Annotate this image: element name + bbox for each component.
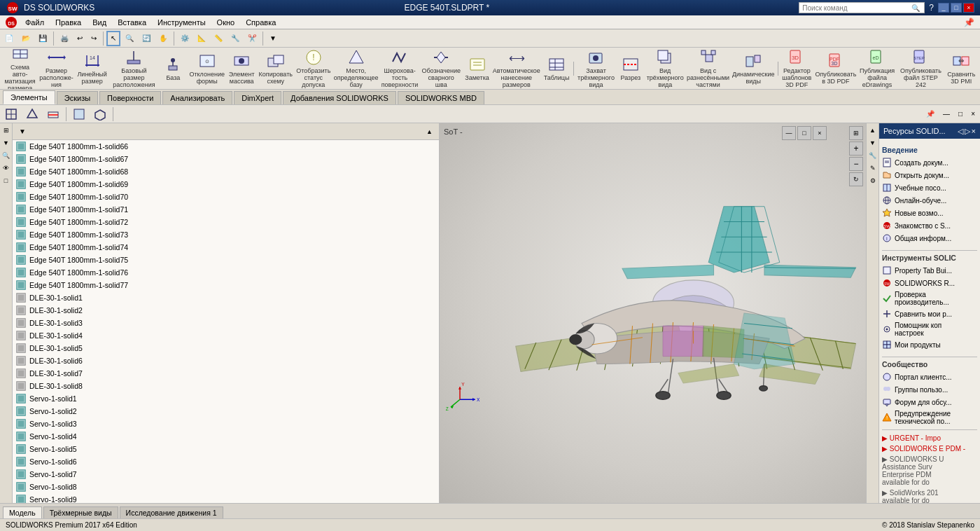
rp-my-products[interactable]: Мои продукты [882, 338, 977, 351]
rp-close-btn[interactable]: × [972, 127, 976, 136]
calc-btn[interactable]: 📐 [194, 31, 209, 46]
tree-item[interactable]: DLE-30-1-solid8 [13, 380, 439, 392]
vp-close-btn[interactable]: × [967, 106, 979, 122]
menu-file[interactable]: Файл [20, 17, 50, 28]
tool-base[interactable]: База [159, 53, 187, 84]
vp-min-btn[interactable]: — [939, 106, 953, 122]
tree-item[interactable]: Servo-1-solid7 [13, 468, 439, 481]
rp-online-training[interactable]: Онлайн-обуче... [882, 194, 977, 207]
undo-btn[interactable]: ↩ [74, 31, 86, 46]
tree-item[interactable]: Servo-1-solid2 [13, 405, 439, 418]
scroll-up-btn[interactable]: ▲ [423, 124, 436, 139]
vp-minimize[interactable]: — [782, 126, 796, 140]
tool-size-pos[interactable]: Размеррасположе-ния [38, 48, 75, 90]
rebuild-btn[interactable]: 🔧 [227, 31, 243, 46]
new-btn[interactable]: 📄 [1, 31, 17, 46]
options-btn[interactable]: ⚙️ [177, 31, 192, 46]
tree-item[interactable]: Servo-1-solid5 [13, 443, 439, 455]
rotate-btn[interactable]: 🔄 [139, 31, 154, 46]
tab-sketches[interactable]: Эскизы [57, 91, 98, 104]
menu-view[interactable]: Вид [87, 17, 112, 28]
tab-dimxpert[interactable]: DimXpert [234, 91, 281, 104]
rp-tool1-icon[interactable]: 🔧 [867, 150, 878, 161]
vp-close-x[interactable]: × [813, 126, 827, 140]
tree-item[interactable]: Servo-1-solid3 [13, 418, 439, 430]
help-icon[interactable]: ? [929, 3, 934, 13]
tree-item[interactable]: Edge 540T 1800mm-1-solid71 [13, 203, 439, 216]
search-input[interactable] [799, 4, 911, 12]
tool-pub-step[interactable]: STEP Опубликоватьфайл STEP 242 [897, 48, 944, 90]
tree-item[interactable]: Edge 540T 1800mm-1-solid76 [13, 266, 439, 279]
rp-back-btn[interactable]: ◁ [958, 127, 963, 136]
rp-create-doc[interactable]: Создать докум... [882, 156, 977, 169]
pan-btn[interactable]: ✋ [155, 31, 171, 46]
rp-groups[interactable]: Группы пользо... [882, 383, 977, 396]
tool-weld[interactable]: Обозначениесварного шва [420, 48, 462, 90]
viewport-canvas[interactable]: X Y Z ⊞ + − ↻ — □ × [440, 123, 866, 503]
rp-forum[interactable]: Форум для обсу... [882, 396, 977, 408]
tree-item[interactable]: DLE-30-1-solid6 [13, 354, 439, 367]
tab-addons[interactable]: Добавления SOLIDWORKS [283, 91, 396, 104]
rp-tool2-icon[interactable]: ✎ [867, 163, 878, 174]
rp-news-item3[interactable]: ▶ SOLIDWORKS UAssistance SurvEnterprise … [882, 454, 977, 488]
hide-icon[interactable]: □ [1, 175, 12, 186]
tool-pub-3dpdf[interactable]: PDF3D Опубликоватьв 3D PDF [814, 49, 858, 88]
tool-linear[interactable]: 14 Линейныйразмер [76, 49, 108, 88]
tool-display-status[interactable]: ! Отобразитьстатусдопуска [295, 48, 332, 90]
tab-elements[interactable]: Элементы [3, 90, 55, 104]
tool-roughness[interactable]: Шерохова-тостьповерхности [380, 48, 419, 90]
rp-property-tab[interactable]: Property Tab Bui... [882, 264, 977, 277]
fit-view-btn[interactable]: ⊞ [849, 126, 863, 140]
filter-icon[interactable]: ▼ [1, 137, 12, 149]
tool-note[interactable]: Заметка [463, 53, 491, 84]
rp-settings-copy[interactable]: Помощник копнастроек [882, 320, 977, 338]
tool-explode[interactable]: Вид сразнесённымичастями [686, 48, 731, 90]
tree-item[interactable]: DLE-30-1-solid5 [13, 342, 439, 354]
rp-fwd-btn[interactable]: ▷ [965, 127, 970, 136]
rp-warning[interactable]: ! Предупреждениетехнической по... [882, 408, 977, 427]
measure-btn[interactable]: 📏 [211, 31, 226, 46]
tree-item[interactable]: Edge 540T 1800mm-1-solid77 [13, 279, 439, 291]
tool-tables[interactable]: Таблицы [542, 53, 571, 84]
rp-expand-icon[interactable]: ▲ [867, 125, 878, 136]
menu-help[interactable]: Справка [240, 17, 281, 28]
view-standard-btn[interactable] [22, 106, 42, 122]
btab-motion[interactable]: Исследование движения 1 [120, 506, 223, 518]
tool-dynamic-views[interactable]: Динамическиевиды [732, 49, 776, 88]
feature-icon[interactable]: ⊞ [1, 125, 12, 136]
tool-schema[interactable]: Схемаавто-матизацияразмера [3, 48, 37, 90]
eye-icon[interactable]: 👁 [1, 163, 12, 174]
tree-item[interactable]: Edge 540T 1800mm-1-solid68 [13, 165, 439, 178]
tree-item[interactable]: Edge 540T 1800mm-1-solid69 [13, 178, 439, 191]
rp-news-item2[interactable]: ▶ SOLIDWORKS E PDM - [882, 443, 977, 454]
tool-element[interactable]: Элементмассива [227, 49, 256, 88]
menu-edit[interactable]: Правка [50, 17, 87, 28]
rp-open-doc[interactable]: Открыть докум... [882, 169, 977, 181]
tree-item[interactable]: DLE-30-1-solid1 [13, 291, 439, 304]
tree-item[interactable]: Edge 540T 1800mm-1-solid72 [13, 216, 439, 228]
rotate-view-btn[interactable]: ↻ [849, 172, 863, 186]
tool-pub-edrawings[interactable]: eD ПубликацияфайлаeDrawings [858, 48, 896, 90]
tool-editor-3dpdf[interactable]: 3D Редакторшаблонов3D PDF [780, 48, 813, 90]
vp-max-btn[interactable]: □ [955, 106, 966, 122]
tool-copy[interactable]: Копироватьсхему [257, 49, 294, 88]
tab-mbd[interactable]: SOLIDWORKS MBD [398, 91, 484, 104]
tree-body[interactable]: Edge 540T 1800mm-1-solid66 Edge 540T 180… [13, 140, 439, 503]
tree-item[interactable]: DLE-30-1-solid7 [13, 367, 439, 380]
tool-compare-3dpmi[interactable]: ⇔ Сравнить3D PMI [946, 49, 977, 88]
tab-analyze[interactable]: Анализировать [162, 91, 232, 104]
tree-item[interactable]: DLE-30-1-solid4 [13, 329, 439, 342]
rp-news-item4[interactable]: ▶ SolidWorks 201available for do [882, 488, 977, 503]
zoom-in-btn[interactable]: + [849, 142, 863, 156]
rp-intro-sw[interactable]: SW Знакомство с S... [882, 219, 977, 232]
menu-insert[interactable]: Вставка [112, 17, 152, 28]
rp-tutorials[interactable]: Учебные посо... [882, 181, 977, 194]
tab-surfaces[interactable]: Поверхности [99, 91, 161, 104]
rp-portal[interactable]: Портал клиентс... [882, 371, 977, 383]
print-btn[interactable]: 🖨️ [57, 31, 72, 46]
minimize-button[interactable]: _ [938, 3, 949, 13]
rp-compare[interactable]: Сравнить мои р... [882, 308, 977, 320]
tree-item[interactable]: Servo-1-solid9 [13, 493, 439, 503]
close-button[interactable]: × [963, 3, 974, 13]
view-section-btn[interactable] [43, 106, 63, 122]
